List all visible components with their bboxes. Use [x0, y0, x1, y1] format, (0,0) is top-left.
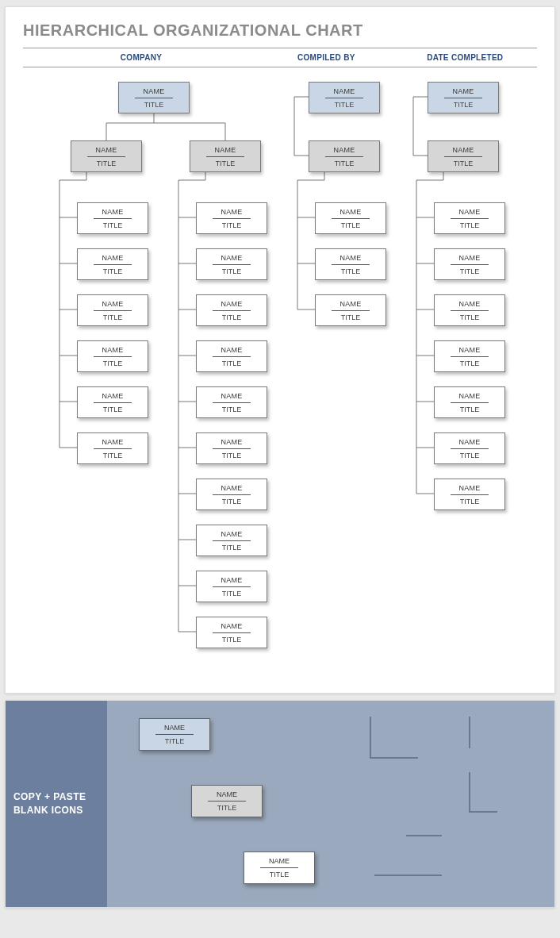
- node-divider: [213, 586, 251, 587]
- top-node-t3[interactable]: NAMETITLE: [428, 82, 499, 113]
- header-compiled-by: COMPILED BY: [259, 48, 393, 67]
- child-node-c2-2[interactable]: NAMETITLE: [196, 248, 267, 280]
- node-divider: [213, 310, 251, 311]
- node-name-label: NAME: [81, 438, 144, 446]
- child-node-c1-4[interactable]: NAMETITLE: [77, 340, 148, 372]
- child-node-c1-3[interactable]: NAMETITLE: [77, 294, 148, 326]
- manager-node-m4[interactable]: NAMETITLE: [428, 140, 499, 172]
- node-divider: [451, 310, 489, 311]
- top-node-t2[interactable]: NAMETITLE: [309, 82, 380, 113]
- node-divider: [260, 867, 298, 868]
- node-divider: [213, 494, 251, 495]
- node-title-label: TITLE: [200, 498, 263, 506]
- child-node-c2-1[interactable]: NAMETITLE: [196, 202, 267, 234]
- node-divider: [213, 632, 251, 633]
- node-divider: [213, 264, 251, 265]
- node-name-label: NAME: [438, 392, 501, 400]
- child-node-c2-7[interactable]: NAMETITLE: [196, 479, 267, 510]
- child-node-c2-6[interactable]: NAMETITLE: [196, 432, 267, 464]
- node-name-label: NAME: [319, 254, 382, 262]
- node-title-label: TITLE: [195, 804, 259, 812]
- node-title-label: TITLE: [438, 313, 501, 321]
- node-title-label: TITLE: [81, 359, 144, 367]
- manager-node-m3[interactable]: NAMETITLE: [309, 140, 380, 172]
- copy-paste-label: COPY + PASTE BLANK ICONS: [13, 790, 99, 817]
- node-title-label: TITLE: [81, 221, 144, 229]
- child-node-c4-4[interactable]: NAMETITLE: [434, 340, 505, 372]
- node-title-label: TITLE: [200, 267, 263, 275]
- node-divider: [325, 98, 363, 98]
- node-divider: [325, 156, 363, 157]
- node-title-label: TITLE: [438, 406, 501, 413]
- node-divider: [206, 156, 244, 157]
- node-name-label: NAME: [438, 208, 501, 216]
- node-divider: [451, 356, 489, 357]
- node-title-label: TITLE: [438, 498, 501, 506]
- node-name-label: NAME: [200, 438, 263, 446]
- node-title-label: TITLE: [247, 871, 311, 878]
- node-title-label: TITLE: [81, 267, 144, 275]
- child-node-c2-3[interactable]: NAMETITLE: [196, 294, 267, 326]
- node-name-label: NAME: [438, 300, 501, 308]
- node-divider: [94, 264, 132, 265]
- node-name-label: NAME: [143, 724, 206, 732]
- node-name-label: NAME: [75, 146, 138, 154]
- node-title-label: TITLE: [432, 101, 495, 109]
- manager-node-m2[interactable]: NAMETITLE: [190, 140, 261, 172]
- copy-paste-sheet: COPY + PASTE BLANK ICONS NAMETITLENAMETI…: [5, 700, 555, 908]
- node-divider: [135, 98, 173, 98]
- child-node-c2-4[interactable]: NAMETITLE: [196, 340, 267, 372]
- node-name-label: NAME: [200, 484, 263, 492]
- node-divider: [444, 98, 482, 98]
- child-node-c2-8[interactable]: NAMETITLE: [196, 525, 267, 556]
- child-node-c2-10[interactable]: NAMETITLE: [196, 617, 267, 648]
- sample-node-blue[interactable]: NAMETITLE: [139, 718, 210, 751]
- child-node-c3-3[interactable]: NAMETITLE: [315, 294, 386, 326]
- child-node-c1-5[interactable]: NAMETITLE: [77, 386, 148, 418]
- child-node-c4-1[interactable]: NAMETITLE: [434, 202, 505, 234]
- node-title-label: TITLE: [438, 267, 501, 275]
- node-name-label: NAME: [247, 857, 311, 865]
- node-divider: [94, 356, 132, 357]
- node-title-label: TITLE: [81, 452, 144, 459]
- node-title-label: TITLE: [200, 221, 263, 229]
- child-node-c3-1[interactable]: NAMETITLE: [315, 202, 386, 234]
- node-divider: [451, 448, 489, 449]
- node-divider: [213, 218, 251, 219]
- node-title-label: TITLE: [200, 636, 263, 644]
- node-title-label: TITLE: [313, 160, 376, 167]
- node-divider: [213, 356, 251, 357]
- main-sheet: HIERARCHICAL ORGANIZATIONAL CHART COMPAN…: [5, 6, 555, 694]
- node-name-label: NAME: [313, 87, 376, 95]
- sample-node-grey[interactable]: NAMETITLE: [191, 785, 263, 817]
- child-node-c1-6[interactable]: NAMETITLE: [77, 432, 148, 464]
- child-node-c4-2[interactable]: NAMETITLE: [434, 248, 505, 280]
- node-divider: [451, 218, 489, 219]
- node-title-label: TITLE: [200, 406, 263, 413]
- node-name-label: NAME: [200, 392, 263, 400]
- header-date-completed: DATE COMPLETED: [393, 48, 537, 67]
- child-node-c1-1[interactable]: NAMETITLE: [77, 202, 148, 234]
- node-divider: [94, 218, 132, 219]
- node-title-label: TITLE: [200, 313, 263, 321]
- child-node-c2-9[interactable]: NAMETITLE: [196, 571, 267, 602]
- top-node-t1[interactable]: NAMETITLE: [118, 82, 190, 113]
- child-node-c4-6[interactable]: NAMETITLE: [434, 432, 505, 464]
- node-title-label: TITLE: [319, 313, 382, 321]
- node-name-label: NAME: [200, 300, 263, 308]
- node-title-label: TITLE: [81, 406, 144, 413]
- node-name-label: NAME: [200, 576, 263, 584]
- sample-node-white[interactable]: NAMETITLE: [244, 852, 315, 884]
- manager-node-m1[interactable]: NAMETITLE: [71, 140, 142, 172]
- child-node-c4-7[interactable]: NAMETITLE: [434, 479, 505, 510]
- child-node-c4-5[interactable]: NAMETITLE: [434, 386, 505, 418]
- node-divider: [332, 264, 370, 265]
- child-node-c4-3[interactable]: NAMETITLE: [434, 294, 505, 326]
- node-title-label: TITLE: [432, 160, 495, 167]
- node-title-label: TITLE: [81, 313, 144, 321]
- child-node-c2-5[interactable]: NAMETITLE: [196, 386, 267, 418]
- node-name-label: NAME: [438, 254, 501, 262]
- node-name-label: NAME: [81, 300, 144, 308]
- child-node-c3-2[interactable]: NAMETITLE: [315, 248, 386, 280]
- child-node-c1-2[interactable]: NAMETITLE: [77, 248, 148, 280]
